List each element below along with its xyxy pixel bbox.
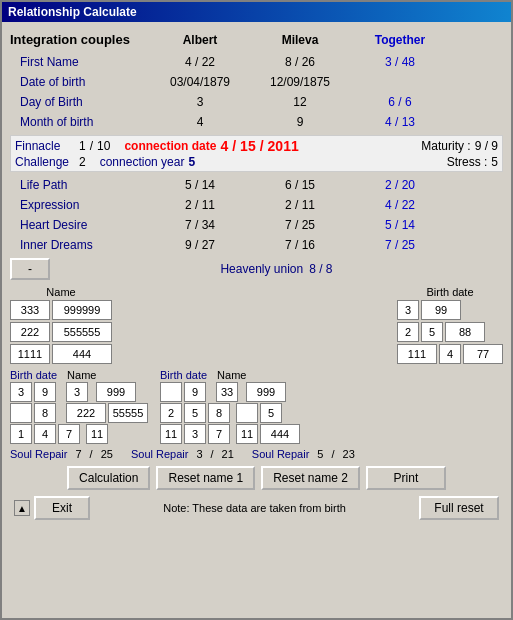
expression-together: 4 / 22: [350, 198, 450, 212]
heart-desire-label: Heart Desire: [10, 218, 150, 232]
expression-albert: 2 / 11: [150, 198, 250, 212]
q-cell: 999: [96, 382, 136, 402]
minus-button[interactable]: -: [10, 258, 50, 280]
cd-v1: 4: [220, 138, 228, 154]
table-row: First Name 4 / 22 8 / 26 3 / 48: [10, 53, 503, 71]
table-row: Month of birth 4 9 4 / 13: [10, 113, 503, 131]
birth-block-label: Birth date: [397, 286, 503, 298]
soul-repair-v2-2: 21: [222, 448, 234, 460]
q-cell: 7: [58, 424, 80, 444]
slash-icon3: /: [260, 138, 264, 154]
birth-cell: 77: [463, 344, 503, 364]
name-label-1: Name: [67, 369, 96, 381]
table-header: Integration couples Albert Mileva Togeth…: [10, 28, 503, 51]
cd-v3: 2011: [268, 138, 299, 154]
birth-date-label-1: Birth date: [10, 369, 57, 381]
table-row: Date of birth 03/04/1879 12/09/1875: [10, 73, 503, 91]
life-path-label: Life Path: [10, 178, 150, 192]
inner-dreams-mileva: 7 / 16: [250, 238, 350, 252]
heavenly-val: 8 / 8: [309, 262, 332, 276]
slash-icon: /: [90, 139, 93, 153]
slash-sr2: /: [211, 448, 214, 460]
finnacle-v2: 10: [97, 139, 110, 153]
maturity-label: Maturity :: [421, 139, 470, 153]
birth-cell: 5: [421, 322, 443, 342]
soul-repair-v2-3: 23: [343, 448, 355, 460]
birth-cell: 2: [397, 322, 419, 342]
slash-sr1: /: [90, 448, 93, 460]
q-cell: 3: [10, 382, 32, 402]
month-mileva: 9: [250, 115, 350, 129]
expression-mileva: 2 / 11: [250, 198, 350, 212]
scroll-up-icon[interactable]: ▲: [14, 500, 30, 516]
day-mileva: 12: [250, 95, 350, 109]
name-cell: 1111: [10, 344, 50, 364]
q-cell: 999: [246, 382, 286, 402]
reset-name1-button[interactable]: Reset name 1: [156, 466, 255, 490]
main-window: Relationship Calculate Integration coupl…: [0, 0, 513, 620]
heart-desire-mileva: 7 / 25: [250, 218, 350, 232]
finnacle-label: Finnacle: [15, 139, 75, 153]
name-block-label: Name: [10, 286, 112, 298]
q-cell: 11: [86, 424, 108, 444]
finnacle-v1: 1: [79, 139, 86, 153]
cy-val: 5: [188, 155, 195, 169]
q-cell: 55555: [108, 403, 148, 423]
full-reset-button[interactable]: Full reset: [419, 496, 499, 520]
challenge-val: 2: [79, 155, 86, 169]
print-button[interactable]: Print: [366, 466, 446, 490]
maturity-val: 9 / 9: [475, 139, 498, 153]
q-cell: 444: [260, 424, 300, 444]
life-path-albert: 5 / 14: [150, 178, 250, 192]
birth-cell: 4: [439, 344, 461, 364]
birth-cell: 99: [421, 300, 461, 320]
table-row: Day of Birth 3 12 6 / 6: [10, 93, 503, 111]
q-cell: 2: [160, 403, 182, 423]
q-cell: 11: [236, 424, 258, 444]
name-cell: 222: [10, 322, 50, 342]
name-label-2: Name: [217, 369, 246, 381]
q-cell: 33: [216, 382, 238, 402]
heart-desire-together: 5 / 14: [350, 218, 450, 232]
birth-cell: 3: [397, 300, 419, 320]
q-cell: 3: [66, 382, 88, 402]
q-cell: 4: [34, 424, 56, 444]
q-cell: [160, 382, 182, 402]
exit-button[interactable]: Exit: [34, 496, 90, 520]
first-name-label: First Name: [10, 55, 150, 69]
month-together: 4 / 13: [350, 115, 450, 129]
table-row: Life Path 5 / 14 6 / 15 2 / 20: [10, 176, 503, 194]
bottom-row: ▲ Exit Note: These data are taken from b…: [10, 494, 503, 522]
integration-label: Integration couples: [10, 32, 150, 47]
mileva-header: Mileva: [250, 33, 350, 47]
heart-desire-albert: 7 / 34: [150, 218, 250, 232]
calculation-button[interactable]: Calculation: [67, 466, 150, 490]
life-path-together: 2 / 20: [350, 178, 450, 192]
q-cell: 8: [34, 403, 56, 423]
inner-dreams-label: Inner Dreams: [10, 238, 150, 252]
expression-label: Expression: [10, 198, 150, 212]
soul-repair-label-1: Soul Repair: [10, 448, 67, 460]
inner-dreams-together: 7 / 25: [350, 238, 450, 252]
slash-sr3: /: [331, 448, 334, 460]
month-albert: 4: [150, 115, 250, 129]
cd-v2: 15: [240, 138, 256, 154]
soul-repair-v1-1: 7: [75, 448, 81, 460]
soul-repair-label-3: Soul Repair: [252, 448, 309, 460]
birth-cell: 111: [397, 344, 437, 364]
q-cell: 5: [184, 403, 206, 423]
note-text: Note: These data are taken from birth: [90, 502, 419, 514]
albert-header: Albert: [150, 33, 250, 47]
day-label: Day of Birth: [10, 95, 150, 109]
first-name-mileva: 8 / 26: [250, 55, 350, 69]
name-cell: 333: [10, 300, 50, 320]
soul-repair-v2-1: 25: [101, 448, 113, 460]
title-bar: Relationship Calculate: [2, 2, 511, 22]
soul-repair-label-2: Soul Repair: [131, 448, 188, 460]
reset-name2-button[interactable]: Reset name 2: [261, 466, 360, 490]
name-cell: 555555: [52, 322, 112, 342]
name-cell: 444: [52, 344, 112, 364]
birth-date-label-2: Birth date: [160, 369, 207, 381]
slash-icon2: /: [232, 138, 236, 154]
table-row: Inner Dreams 9 / 27 7 / 16 7 / 25: [10, 236, 503, 254]
